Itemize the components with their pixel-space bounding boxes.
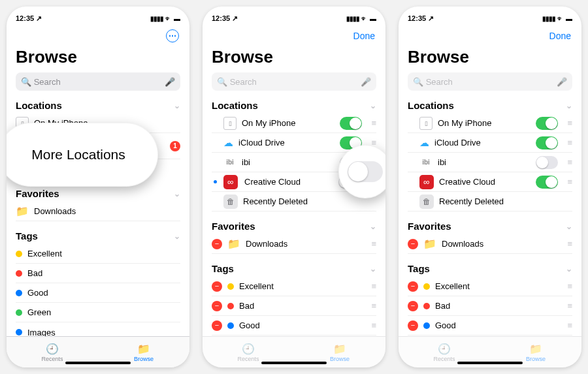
tag-dot-icon bbox=[227, 303, 234, 309]
tag-bad[interactable]: Bad bbox=[16, 264, 180, 283]
reorder-handle-icon[interactable]: ≡ bbox=[567, 138, 572, 148]
tags-header[interactable]: Tags ⌄ bbox=[408, 263, 572, 274]
tags-header[interactable]: Tags ⌄ bbox=[16, 230, 180, 242]
badge-count: 1 bbox=[170, 141, 180, 151]
favorites-header[interactable]: Favorites ⌄ bbox=[408, 221, 572, 232]
favorite-downloads[interactable]: − 📁 Downloads ≡ bbox=[408, 234, 572, 254]
home-indicator[interactable] bbox=[457, 362, 523, 364]
tag-dot-icon bbox=[423, 303, 430, 309]
clock-icon: 🕘 bbox=[242, 343, 255, 355]
search-icon: 🔍 bbox=[413, 77, 423, 87]
reorder-handle-icon[interactable]: ≡ bbox=[567, 157, 572, 167]
search-field[interactable]: 🔍 Search 🎤 bbox=[408, 72, 572, 91]
tag-excellent[interactable]: − Excellent ≡ bbox=[212, 277, 376, 296]
reorder-handle-icon[interactable]: ≡ bbox=[371, 281, 376, 291]
location-icloud[interactable]: ☁︎ iCloud Drive ≡ bbox=[408, 133, 572, 153]
favorite-downloads[interactable]: − 📁 Downloads ≡ bbox=[212, 234, 376, 254]
mic-icon: 🎤 bbox=[557, 77, 567, 87]
search-field[interactable]: 🔍 Search 🎤 bbox=[212, 72, 376, 91]
location-iphone[interactable]: ▯ On My iPhone ≡ bbox=[408, 114, 572, 133]
location-ibi[interactable]: ibi ibi ≡ bbox=[408, 153, 572, 172]
location-iphone[interactable]: ▯ On My iPhone ≡ bbox=[212, 114, 376, 133]
reorder-handle-icon[interactable]: ≡ bbox=[371, 239, 376, 249]
home-indicator[interactable] bbox=[261, 362, 327, 364]
tag-bad[interactable]: − Bad ≡ bbox=[212, 296, 376, 316]
new-dot-icon bbox=[214, 180, 217, 183]
tag-dot-icon bbox=[16, 290, 22, 296]
nav-bar: Done bbox=[203, 26, 385, 46]
home-indicator[interactable] bbox=[65, 362, 131, 364]
remove-button[interactable]: − bbox=[408, 239, 418, 249]
clock-icon: 🕘 bbox=[438, 343, 451, 355]
trash-icon: 🗑 bbox=[419, 195, 434, 209]
reorder-handle-icon[interactable]: ≡ bbox=[567, 118, 572, 128]
phone-screen-1: 12:35 ↗ ▮▮▮▮ᯤ▬ ⋯ Browse 🔍 Search 🎤 Locat… bbox=[7, 7, 189, 367]
more-button[interactable]: ⋯ bbox=[166, 29, 179, 42]
toggle-iphone[interactable] bbox=[536, 117, 558, 130]
reorder-handle-icon[interactable]: ≡ bbox=[567, 320, 572, 330]
remove-button[interactable]: − bbox=[212, 281, 222, 292]
tag-good[interactable]: Good bbox=[16, 283, 180, 303]
remove-button[interactable]: − bbox=[408, 281, 418, 292]
reorder-handle-icon[interactable]: ≡ bbox=[567, 301, 572, 311]
tag-excellent[interactable]: Excellent bbox=[16, 244, 180, 264]
tag-dot-icon bbox=[16, 251, 22, 257]
search-field[interactable]: 🔍 Search 🎤 bbox=[16, 72, 180, 91]
mic-icon: 🎤 bbox=[361, 77, 371, 87]
remove-button[interactable]: − bbox=[212, 239, 222, 249]
tag-dot-icon bbox=[227, 322, 234, 329]
tag-excellent[interactable]: − Excellent ≡ bbox=[408, 277, 572, 296]
remove-button[interactable]: − bbox=[408, 301, 418, 311]
tag-green[interactable]: Green bbox=[16, 303, 180, 322]
reorder-handle-icon[interactable]: ≡ bbox=[567, 281, 572, 291]
favorites-header[interactable]: Favorites ⌄ bbox=[212, 221, 376, 232]
remove-button[interactable]: − bbox=[212, 301, 222, 311]
iphone-icon: ▯ bbox=[223, 117, 237, 130]
callout-toggle-off bbox=[338, 145, 385, 198]
location-arrow-icon: ↗ bbox=[428, 14, 434, 22]
toggle-icloud[interactable] bbox=[536, 136, 558, 149]
reorder-handle-icon[interactable]: ≡ bbox=[371, 320, 376, 330]
reorder-handle-icon[interactable]: ≡ bbox=[567, 177, 572, 187]
search-icon: 🔍 bbox=[21, 77, 31, 87]
page-title: Browse bbox=[408, 47, 572, 67]
tag-dot-icon bbox=[423, 322, 430, 329]
ibi-icon: ibi bbox=[419, 159, 433, 166]
tag-bad[interactable]: − Bad ≡ bbox=[408, 296, 572, 316]
remove-button[interactable]: − bbox=[408, 320, 418, 331]
tag-images[interactable]: Images bbox=[16, 322, 180, 336]
reorder-handle-icon[interactable]: ≡ bbox=[371, 301, 376, 311]
chevron-down-icon: ⌄ bbox=[370, 264, 376, 273]
favorites-header[interactable]: Favorites ⌄ bbox=[16, 188, 180, 199]
cloud-icon: ☁︎ bbox=[223, 137, 233, 149]
reorder-handle-icon[interactable]: ≡ bbox=[567, 239, 572, 249]
tag-good[interactable]: − Good ≡ bbox=[212, 316, 376, 335]
folder-icon: 📁 bbox=[529, 343, 542, 355]
mic-icon[interactable]: 🎤 bbox=[165, 77, 175, 87]
toggle-ibi[interactable] bbox=[536, 156, 558, 169]
locations-header[interactable]: Locations ⌄ bbox=[212, 100, 376, 111]
callout-more-locations: More Locations bbox=[7, 123, 158, 187]
location-deleted[interactable]: 🗑 Recently Deleted bbox=[408, 192, 572, 211]
done-button[interactable]: Done bbox=[353, 31, 375, 41]
iphone-icon: ▯ bbox=[419, 117, 433, 130]
tag-good[interactable]: − Good ≡ bbox=[408, 316, 572, 335]
search-placeholder: Search bbox=[230, 77, 257, 87]
search-icon: 🔍 bbox=[217, 77, 227, 87]
locations-header[interactable]: Locations ⌄ bbox=[16, 100, 180, 111]
done-button[interactable]: Done bbox=[549, 31, 571, 41]
locations-header[interactable]: Locations ⌄ bbox=[408, 100, 572, 111]
reorder-handle-icon[interactable]: ≡ bbox=[371, 118, 376, 128]
status-bar: 12:35 ↗ ▮▮▮▮ᯤ▬ bbox=[203, 10, 385, 26]
nav-bar: ⋯ bbox=[7, 26, 189, 46]
remove-button[interactable]: − bbox=[212, 320, 222, 331]
favorite-downloads[interactable]: 📁 Downloads bbox=[16, 202, 180, 221]
tag-dot-icon bbox=[16, 270, 22, 277]
toggle-cc[interactable] bbox=[536, 176, 558, 189]
location-creative-cloud[interactable]: ∞ Creative Cloud ≡ bbox=[408, 172, 572, 192]
location-arrow-icon: ↗ bbox=[36, 14, 42, 22]
phone-screen-2: 12:35 ↗ ▮▮▮▮ᯤ▬ Done Browse 🔍 Search 🎤 Lo… bbox=[203, 7, 385, 367]
toggle-iphone[interactable] bbox=[340, 117, 362, 130]
tags-header[interactable]: Tags ⌄ bbox=[212, 263, 376, 274]
tag-dot-icon bbox=[227, 283, 234, 290]
